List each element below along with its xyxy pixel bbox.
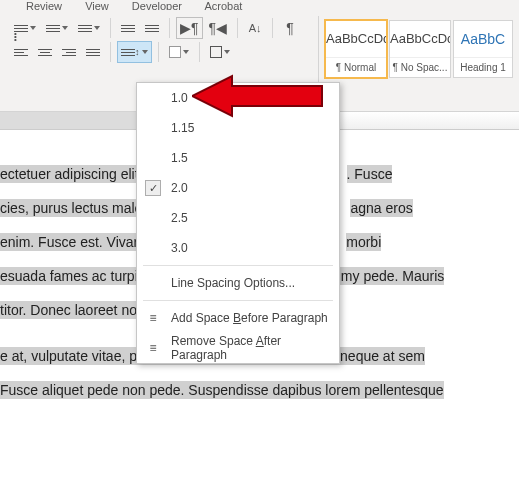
style-preview: AaBbCcDc [326, 21, 386, 57]
style-no-spacing[interactable]: AaBbCcDc ¶ No Spac... [389, 20, 451, 78]
spacing-option-1.15[interactable]: 1.15 [137, 113, 339, 143]
spacing-option-1.5[interactable]: 1.5 [137, 143, 339, 173]
style-preview: AaBbC [454, 21, 512, 57]
tab-review[interactable]: Review [26, 0, 62, 10]
sort-button[interactable]: A↓ [244, 17, 266, 39]
styles-gallery[interactable]: AaBbCcDc ¶ Normal AaBbCcDc ¶ No Spac... … [319, 16, 519, 102]
style-heading1[interactable]: AaBbC Heading 1 [453, 20, 513, 78]
multilevel-list-button[interactable] [74, 17, 104, 39]
align-right-button[interactable] [58, 41, 80, 63]
space-after-icon: ≡ [145, 340, 161, 356]
align-left-button[interactable] [10, 41, 32, 63]
body-text: . Fusce [347, 165, 393, 183]
tab-developer[interactable]: Developer [132, 0, 182, 10]
style-label: Heading 1 [454, 57, 512, 77]
space-before-icon: ≡ [145, 310, 161, 326]
ribbon-tabs: Review View Developer Acrobat [0, 0, 519, 10]
decrease-indent-button[interactable] [117, 17, 139, 39]
body-text: ectetuer adipiscing elit [0, 165, 139, 183]
shading-button[interactable] [165, 41, 193, 63]
align-center-button[interactable] [34, 41, 56, 63]
check-icon: ✓ [145, 180, 161, 196]
tab-acrobat[interactable]: Acrobat [204, 0, 242, 10]
remove-space-after-paragraph[interactable]: ≡ Remove Space After Paragraph [137, 333, 339, 363]
justify-button[interactable] [82, 41, 104, 63]
style-label: ¶ No Spac... [390, 57, 450, 77]
numbering-button[interactable] [42, 17, 72, 39]
add-space-before-paragraph[interactable]: ≡ Add Space Before Paragraph [137, 303, 339, 333]
style-label: ¶ Normal [326, 57, 386, 77]
body-text: enim. Fusce est. Vivar [0, 233, 138, 251]
spacing-option-2.5[interactable]: 2.5 [137, 203, 339, 233]
style-preview: AaBbCcDc [390, 21, 450, 57]
spacing-option-2.0[interactable]: ✓ 2.0 [137, 173, 339, 203]
body-text: Fusce aliquet pede non pede. Suspendisse… [0, 381, 444, 399]
ltr-direction-button[interactable]: ▶¶ [176, 17, 203, 39]
tab-view[interactable]: View [85, 0, 109, 10]
body-text: cies, purus lectus male [0, 199, 142, 217]
style-normal[interactable]: AaBbCcDc ¶ Normal [325, 20, 387, 78]
spacing-option-1.0[interactable]: 1.0 [137, 83, 339, 113]
line-spacing-button[interactable]: ↕ [117, 41, 152, 63]
spacing-option-3.0[interactable]: 3.0 [137, 233, 339, 263]
show-hide-marks-button[interactable]: ¶ [279, 17, 301, 39]
line-spacing-menu: 1.0 1.15 1.5 ✓ 2.0 2.5 3.0 Line Spacing … [136, 82, 340, 364]
borders-button[interactable] [206, 41, 234, 63]
bullets-button[interactable] [10, 17, 40, 39]
line-spacing-options[interactable]: Line Spacing Options... [137, 268, 339, 298]
rtl-direction-button[interactable]: ¶◀ [205, 17, 232, 39]
body-text: agna eros [350, 199, 412, 217]
body-text: morbi [346, 233, 381, 251]
increase-indent-button[interactable] [141, 17, 163, 39]
